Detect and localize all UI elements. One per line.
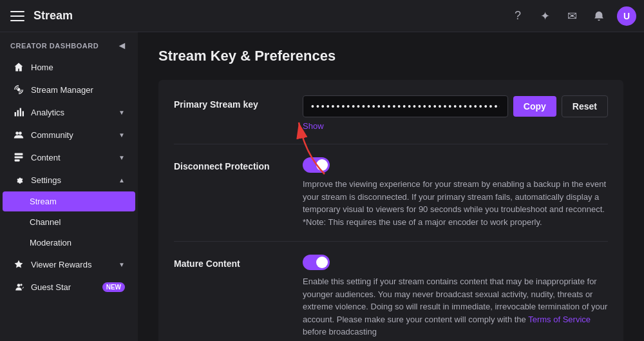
content-icon <box>13 151 24 163</box>
sidebar-label-moderation: Moderation <box>30 238 71 248</box>
sidebar-label-stream: Stream <box>30 197 57 206</box>
stream-preferences-card: Primary Stream key Copy Reset Show Disco… <box>158 80 623 341</box>
home-icon <box>13 61 24 73</box>
collapse-icon[interactable]: ◄ <box>117 40 128 52</box>
svg-rect-9 <box>15 159 20 161</box>
mature-content-label: Mature Content <box>174 255 303 269</box>
svg-rect-3 <box>20 108 21 117</box>
page-title: Stream Key & Preferences <box>158 48 623 64</box>
sidebar-label-content: Content <box>31 153 61 162</box>
topbar-title: Stream <box>33 9 73 23</box>
disconnect-protection-label: Disconnect Protection <box>174 157 303 171</box>
topbar-right: ? ✦ ✉ U <box>509 6 636 26</box>
svg-point-6 <box>19 132 22 135</box>
svg-rect-2 <box>17 110 19 117</box>
settings-arrow: ▲ <box>118 177 125 184</box>
mature-toggle-knob <box>316 257 328 268</box>
analytics-icon <box>13 106 24 118</box>
sidebar-item-content[interactable]: Content ▼ <box>3 146 135 168</box>
inbox-icon[interactable]: ✉ <box>563 7 581 25</box>
svg-point-10 <box>17 284 21 287</box>
magic-icon[interactable]: ✦ <box>536 7 554 25</box>
community-arrow: ▼ <box>118 132 125 139</box>
analytics-arrow: ▼ <box>118 109 125 116</box>
sidebar-item-settings[interactable]: Settings ▲ <box>3 169 135 191</box>
primary-stream-key-content: Copy Reset Show <box>303 95 608 131</box>
notifications-icon[interactable] <box>590 7 608 25</box>
svg-point-11 <box>20 284 22 286</box>
sidebar-label-settings: Settings <box>31 175 61 185</box>
sidebar-label-viewer-rewards: Viewer Rewards <box>31 260 91 269</box>
primary-stream-key-label: Primary Stream key <box>174 95 303 110</box>
sidebar-item-channel[interactable]: Channel <box>3 212 135 232</box>
viewer-rewards-icon <box>13 258 24 270</box>
copy-button[interactable]: Copy <box>513 96 556 117</box>
svg-rect-8 <box>15 156 23 158</box>
viewer-rewards-arrow: ▼ <box>118 261 125 268</box>
sidebar-label-analytics: Analytics <box>31 108 64 117</box>
settings-icon <box>13 174 24 186</box>
mature-content-content: Enable this setting if your stream conta… <box>303 255 608 338</box>
tos-link[interactable]: Terms of Service <box>528 315 591 324</box>
sidebar-section-title: CREATOR DASHBOARD ◄ <box>0 32 138 55</box>
disconnect-protection-row: Disconnect Protection Improve the viewin… <box>174 144 608 242</box>
sidebar-label-channel: Channel <box>30 217 61 227</box>
primary-stream-key-row: Primary Stream key Copy Reset Show <box>174 95 608 144</box>
disconnect-protection-content: Improve the viewing experience for your … <box>303 157 608 228</box>
sidebar-item-home[interactable]: Home <box>3 56 135 78</box>
content-arrow: ▼ <box>118 154 125 161</box>
stream-icon <box>13 84 24 95</box>
topbar-left: Stream <box>8 6 73 26</box>
svg-rect-7 <box>15 153 23 155</box>
svg-point-0 <box>17 88 21 92</box>
sidebar-item-stream-manager[interactable]: Stream Manager <box>3 79 135 101</box>
show-link[interactable]: Show <box>303 121 324 131</box>
mature-content-description: Enable this setting if your stream conta… <box>303 275 608 338</box>
sidebar-label-stream-manager: Stream Manager <box>31 85 93 95</box>
avatar[interactable]: U <box>617 6 636 26</box>
svg-point-5 <box>15 132 19 135</box>
mature-content-row: Mature Content Enable this setting if yo… <box>174 242 608 338</box>
svg-rect-1 <box>15 112 16 116</box>
sidebar-item-analytics[interactable]: Analytics ▼ <box>3 101 135 123</box>
sidebar-label-home: Home <box>31 63 53 72</box>
sidebar-item-guest-star[interactable]: Guest Star NEW <box>3 276 135 298</box>
guest-star-icon <box>13 281 24 293</box>
main-content: Stream Key & Preferences Primary Stream … <box>138 0 644 341</box>
help-icon[interactable]: ? <box>509 7 527 25</box>
stream-key-controls: Copy Reset <box>303 95 608 117</box>
sidebar-item-moderation[interactable]: Moderation <box>3 233 135 253</box>
svg-rect-4 <box>23 111 24 116</box>
sidebar-label-community: Community <box>31 130 73 140</box>
guest-star-badge: NEW <box>102 282 125 292</box>
content-area: Stream Key & Preferences Primary Stream … <box>138 32 644 341</box>
toggle-knob <box>316 159 328 171</box>
topbar: Stream ? ✦ ✉ U <box>0 0 644 32</box>
disconnect-protection-description: Improve the viewing experience for your … <box>303 178 608 228</box>
community-icon <box>13 129 24 141</box>
sidebar: CREATOR DASHBOARD ◄ Home Stream Manager … <box>0 0 138 341</box>
mature-content-toggle[interactable] <box>303 255 330 270</box>
hamburger-button[interactable] <box>8 6 27 26</box>
reset-button[interactable]: Reset <box>562 95 608 117</box>
sidebar-label-guest-star: Guest Star <box>31 282 71 292</box>
sidebar-item-viewer-rewards[interactable]: Viewer Rewards ▼ <box>3 253 135 275</box>
sidebar-item-stream[interactable]: Stream <box>3 191 135 211</box>
disconnect-protection-toggle[interactable] <box>303 157 330 173</box>
sidebar-item-community[interactable]: Community ▼ <box>3 124 135 146</box>
stream-key-input[interactable] <box>303 95 508 117</box>
